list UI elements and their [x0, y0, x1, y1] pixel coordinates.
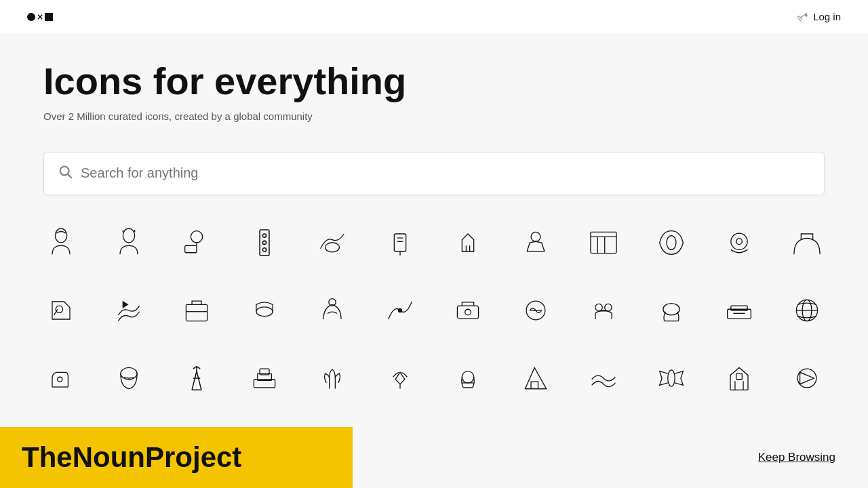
- list-item[interactable]: [163, 277, 231, 344]
- svg-rect-44: [731, 306, 747, 310]
- svg-point-10: [262, 234, 266, 237]
- search-bar[interactable]: [43, 152, 825, 195]
- list-item[interactable]: [434, 209, 502, 277]
- bottom-bar: TheNounProject Keep Browsing: [0, 427, 868, 488]
- logo-square: [45, 13, 53, 21]
- list-item[interactable]: [502, 277, 570, 344]
- list-item[interactable]: [637, 344, 705, 412]
- svg-point-11: [262, 241, 266, 244]
- list-item[interactable]: [366, 344, 434, 412]
- svg-rect-14: [394, 234, 406, 251]
- list-item[interactable]: [502, 344, 570, 412]
- svg-point-38: [595, 304, 602, 310]
- svg-point-35: [465, 309, 471, 315]
- svg-point-7: [191, 230, 202, 242]
- icons-grid: [27, 209, 841, 412]
- svg-point-25: [667, 235, 676, 249]
- svg-rect-64: [736, 373, 743, 380]
- svg-point-31: [256, 306, 273, 316]
- list-item[interactable]: [570, 209, 637, 277]
- login-label: Log in: [813, 11, 841, 22]
- login-button[interactable]: 🗝 Log in: [797, 9, 841, 24]
- svg-point-39: [605, 304, 612, 310]
- list-item[interactable]: [570, 344, 637, 412]
- svg-rect-29: [186, 304, 207, 321]
- list-item[interactable]: [95, 277, 163, 344]
- svg-point-33: [398, 308, 401, 312]
- list-item[interactable]: [298, 344, 366, 412]
- logo-dot: [27, 13, 35, 21]
- svg-point-50: [58, 377, 62, 382]
- list-item[interactable]: [773, 209, 841, 277]
- list-item[interactable]: [705, 209, 773, 277]
- list-item[interactable]: [231, 209, 298, 277]
- logo[interactable]: ×: [27, 12, 53, 22]
- list-item[interactable]: [298, 277, 366, 344]
- brand-name: TheNounProject: [22, 441, 241, 474]
- svg-point-41: [663, 303, 679, 314]
- list-item[interactable]: [366, 277, 434, 344]
- list-item[interactable]: [163, 344, 231, 412]
- svg-point-3: [123, 228, 134, 243]
- keep-browsing-area: Keep Browsing: [758, 451, 868, 464]
- list-item[interactable]: [366, 209, 434, 277]
- svg-point-56: [462, 371, 473, 382]
- list-item[interactable]: [95, 209, 163, 277]
- svg-rect-21: [591, 232, 616, 253]
- search-input[interactable]: [81, 165, 810, 181]
- svg-line-1: [68, 174, 71, 178]
- svg-rect-6: [185, 245, 197, 252]
- keep-browsing-button[interactable]: Keep Browsing: [758, 451, 835, 464]
- svg-point-51: [121, 367, 137, 379]
- list-item[interactable]: [570, 277, 637, 344]
- list-item[interactable]: [705, 344, 773, 412]
- list-item[interactable]: [637, 277, 705, 344]
- list-item[interactable]: [705, 277, 773, 344]
- hero-title: Icons for everything: [43, 60, 825, 102]
- search-icon: [58, 164, 73, 182]
- list-item[interactable]: [231, 344, 298, 412]
- svg-point-13: [326, 243, 340, 252]
- svg-point-19: [531, 232, 540, 241]
- list-item[interactable]: [95, 344, 163, 412]
- svg-point-28: [56, 306, 62, 312]
- list-item[interactable]: [773, 344, 841, 412]
- list-item[interactable]: [502, 209, 570, 277]
- hero-section: Icons for everything Over 2 Million cura…: [0, 33, 868, 136]
- brand-badge: TheNounProject: [0, 427, 353, 488]
- key-icon: 🗝: [794, 7, 812, 26]
- logo-x: ×: [37, 12, 43, 22]
- list-item[interactable]: [27, 277, 95, 344]
- header: × 🗝 Log in: [0, 0, 868, 33]
- svg-rect-34: [457, 306, 478, 319]
- svg-point-26: [731, 233, 747, 249]
- list-item[interactable]: [298, 209, 366, 277]
- list-item[interactable]: [434, 277, 502, 344]
- svg-point-12: [262, 247, 266, 251]
- svg-point-27: [736, 239, 743, 245]
- svg-point-2: [55, 228, 66, 243]
- svg-point-60: [668, 369, 675, 386]
- hero-subtitle: Over 2 Million curated icons, created by…: [43, 110, 825, 122]
- list-item[interactable]: [27, 209, 95, 277]
- list-item[interactable]: [27, 344, 95, 412]
- list-item[interactable]: [773, 277, 841, 344]
- list-item[interactable]: [637, 209, 705, 277]
- list-item[interactable]: [434, 344, 502, 412]
- list-item[interactable]: [163, 209, 231, 277]
- list-item[interactable]: [231, 277, 298, 344]
